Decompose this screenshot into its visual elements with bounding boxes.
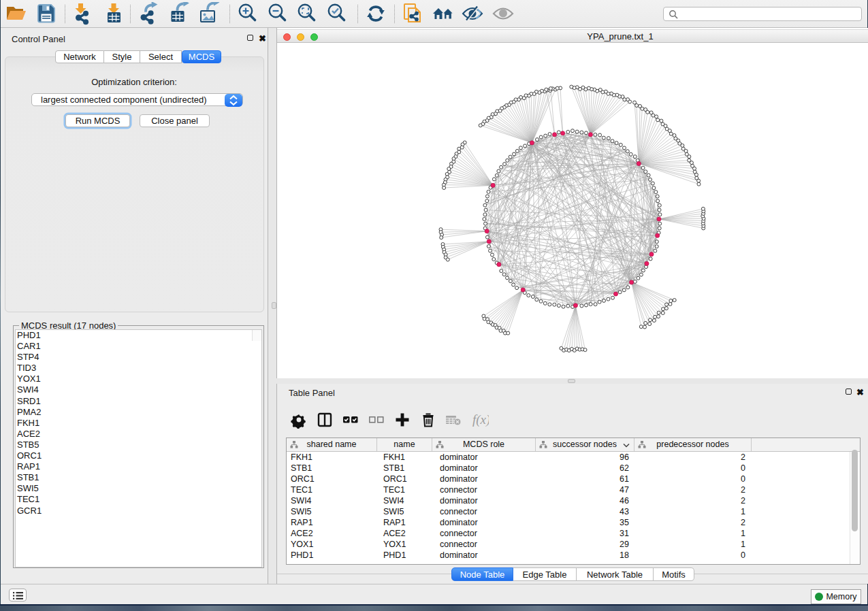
svg-text:f(x): f(x) [472,412,489,427]
